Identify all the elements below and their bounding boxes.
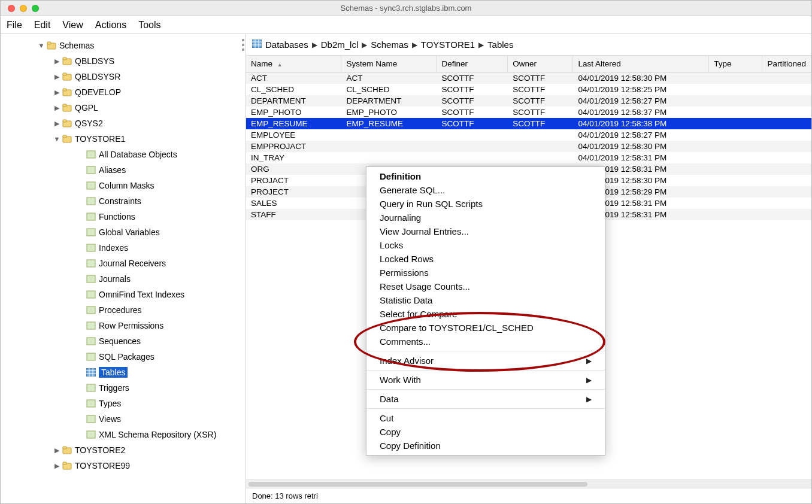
- tree-node-object[interactable]: Column Masks: [1, 178, 246, 193]
- tree-node-object[interactable]: Row Permissions: [1, 318, 246, 333]
- breadcrumb-item[interactable]: TOYSTORE1: [421, 40, 475, 50]
- column-header-system-name[interactable]: System Name: [341, 56, 437, 72]
- context-menu-item[interactable]: Reset Usage Counts...: [366, 280, 605, 293]
- table-row[interactable]: EMP_PHOTOEMP_PHOTOSCOTTFSCOTTF04/01/2019…: [246, 107, 811, 118]
- table-row[interactable]: ACTACTSCOTTFSCOTTF04/01/2019 12:58:30 PM: [246, 72, 811, 84]
- cell-owner: SCOTTF: [508, 84, 573, 95]
- tree-node-object[interactable]: XML Schema Repository (XSR): [1, 427, 246, 442]
- tree-node-object[interactable]: Types: [1, 396, 246, 411]
- cell-type: [709, 198, 762, 209]
- object-icon: [86, 196, 96, 207]
- column-header-name[interactable]: Name ▲: [246, 56, 341, 72]
- context-menu-item[interactable]: Compare to TOYSTORE1/CL_SCHED: [366, 321, 605, 335]
- table-row[interactable]: EMPLOYEE04/01/2019 12:58:27 PM: [246, 129, 811, 141]
- cell-system-name: ACT: [341, 72, 437, 84]
- context-menu-item[interactable]: Cut: [366, 411, 605, 425]
- context-menu-item[interactable]: Statistic Data: [366, 293, 605, 307]
- breadcrumb-item[interactable]: Db2m_lcl: [321, 40, 359, 50]
- context-menu-label: Journaling: [380, 212, 421, 223]
- breadcrumb-item[interactable]: Tables: [487, 40, 513, 50]
- context-menu-label: Definition: [380, 171, 421, 181]
- menu-edit[interactable]: Edit: [34, 20, 51, 31]
- twisty-icon[interactable]: ▶: [52, 104, 62, 112]
- tree-node-schema[interactable]: ▶QBLDSYSR: [1, 69, 246, 84]
- svg-rect-33: [87, 384, 95, 391]
- menu-actions[interactable]: Actions: [95, 20, 126, 31]
- breadcrumb-item[interactable]: Schemas: [371, 40, 408, 50]
- scrollbar-thumb[interactable]: [249, 482, 587, 487]
- context-menu-item[interactable]: Query in Run SQL Scripts: [366, 197, 605, 211]
- twisty-icon[interactable]: ▼: [52, 135, 62, 142]
- tree-node-schemas[interactable]: ▼ Schemas: [1, 38, 246, 53]
- context-menu-item[interactable]: Comments...: [366, 335, 605, 348]
- tree-node-schema[interactable]: ▶QBLDSYS: [1, 53, 246, 69]
- context-menu-item[interactable]: Copy: [366, 425, 605, 439]
- context-menu-item[interactable]: View Journal Entries...: [366, 224, 605, 238]
- context-menu-item[interactable]: Locks: [366, 238, 605, 252]
- tree-node-object[interactable]: Aliases: [1, 162, 246, 178]
- twisty-icon[interactable]: ▶: [52, 73, 62, 81]
- tree-node-schema[interactable]: ▶QSYS2: [1, 116, 246, 131]
- svg-rect-21: [87, 260, 95, 267]
- tree-node-schema[interactable]: ▶TOYSTORE2: [1, 442, 246, 458]
- tree-node-object[interactable]: Sequences: [1, 333, 246, 349]
- sort-asc-icon: ▲: [277, 62, 283, 68]
- context-menu-item[interactable]: Index Advisor▶: [366, 354, 605, 368]
- column-header-owner[interactable]: Owner: [508, 56, 573, 72]
- tree-node-object[interactable]: Tables: [1, 365, 246, 380]
- twisty-icon[interactable]: ▶: [52, 447, 62, 454]
- context-menu-item[interactable]: Permissions: [366, 266, 605, 280]
- table-row[interactable]: CL_SCHEDCL_SCHEDSCOTTFSCOTTF04/01/2019 1…: [246, 84, 811, 95]
- context-menu-item[interactable]: Generate SQL...: [366, 183, 605, 197]
- table-row[interactable]: DEPARTMENTDEPARTMENTSCOTTFSCOTTF04/01/20…: [246, 95, 811, 107]
- tree-node-object[interactable]: Constraints: [1, 193, 246, 209]
- tree-node-object[interactable]: Journal Receivers: [1, 256, 246, 271]
- object-icon: [86, 289, 96, 300]
- twisty-icon[interactable]: ▼: [37, 42, 46, 49]
- table-row[interactable]: EMPPROJACT04/01/2019 12:58:30 PM: [246, 141, 811, 152]
- column-header-last-altered[interactable]: Last Altered: [573, 56, 709, 72]
- tree-node-object[interactable]: Triggers: [1, 380, 246, 396]
- tree-node-object[interactable]: All Database Objects: [1, 147, 246, 162]
- column-header-definer[interactable]: Definer: [437, 56, 508, 72]
- twisty-icon[interactable]: ▶: [52, 462, 62, 470]
- tree-node-object[interactable]: Indexes: [1, 240, 246, 256]
- tree-node-schema[interactable]: ▼TOYSTORE1: [1, 131, 246, 147]
- menu-tools[interactable]: Tools: [138, 20, 160, 31]
- tree-node-schema[interactable]: ▶QDEVELOP: [1, 84, 246, 100]
- table-row[interactable]: EMP_RESUMEEMP_RESUMESCOTTFSCOTTF04/01/20…: [246, 118, 811, 129]
- table-row[interactable]: IN_TRAY04/01/2019 12:58:31 PM: [246, 152, 811, 163]
- tree-node-schema[interactable]: ▶QGPL: [1, 100, 246, 116]
- context-menu-item[interactable]: Work With▶: [366, 373, 605, 387]
- cell-system-name: EMP_RESUME: [341, 118, 437, 129]
- menu-file[interactable]: File: [7, 20, 22, 31]
- tree-node-schema[interactable]: ▶TOYSTORE99: [1, 458, 246, 473]
- tree-node-object[interactable]: Global Variables: [1, 224, 246, 240]
- cell-type: [709, 141, 762, 152]
- context-menu-item[interactable]: Locked Rows: [366, 252, 605, 266]
- column-header-partitioned[interactable]: Partitioned: [762, 56, 811, 72]
- context-menu-item[interactable]: Journaling: [366, 211, 605, 224]
- tree-node-object[interactable]: Views: [1, 411, 246, 427]
- cell-type: [709, 118, 762, 129]
- twisty-icon[interactable]: ▶: [52, 57, 62, 65]
- context-menu-item[interactable]: Definition: [366, 169, 605, 183]
- twisty-icon[interactable]: ▶: [52, 120, 62, 127]
- horizontal-scrollbar[interactable]: [246, 479, 811, 488]
- context-menu-item[interactable]: Select for Compare: [366, 307, 605, 321]
- tree-node-object[interactable]: Journals: [1, 271, 246, 287]
- breadcrumb-item[interactable]: Databases: [265, 40, 308, 50]
- tree-node-object[interactable]: OmniFind Text Indexes: [1, 287, 246, 302]
- splitter-handle[interactable]: [240, 38, 246, 52]
- context-menu-item[interactable]: Copy Definition: [366, 439, 605, 453]
- tree-node-object[interactable]: SQL Packages: [1, 349, 246, 365]
- tree-node-object[interactable]: Procedures: [1, 302, 246, 318]
- tree-node-object[interactable]: Functions: [1, 209, 246, 224]
- cell-type: [709, 72, 762, 84]
- column-header-type[interactable]: Type: [709, 56, 762, 72]
- twisty-icon[interactable]: ▶: [52, 89, 62, 96]
- menu-view[interactable]: View: [62, 20, 83, 31]
- context-menu-item[interactable]: Data▶: [366, 392, 605, 406]
- cell-last-altered: 04/01/2019 12:58:30 PM: [573, 141, 709, 152]
- status-bar: Done: 13 rows retri: [246, 488, 811, 503]
